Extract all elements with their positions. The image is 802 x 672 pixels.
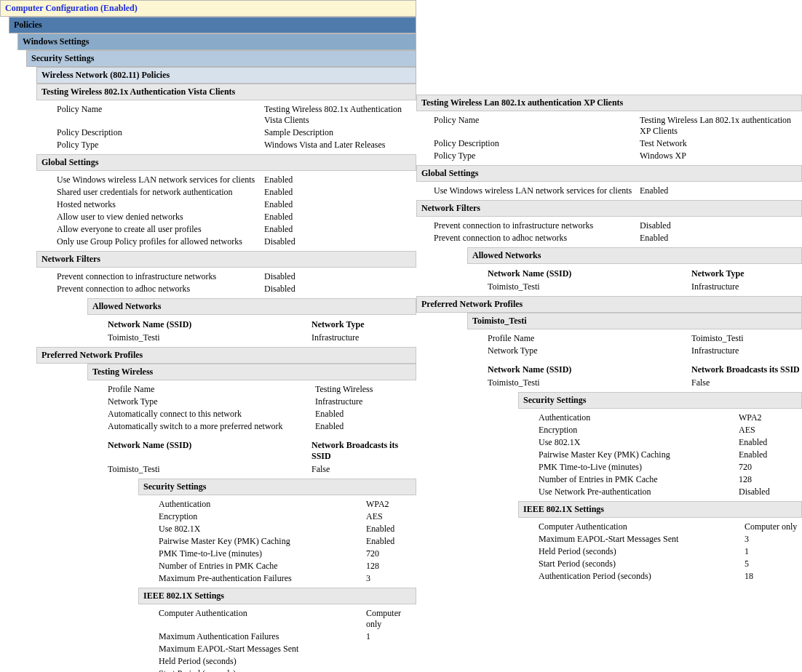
label: Number of Entries in PMK Cache — [159, 561, 366, 572]
col-header: Network Name (SSID) — [488, 364, 691, 375]
cell: False — [691, 377, 802, 388]
value: Testing Wireless Lan 802.1x authenticati… — [640, 115, 802, 137]
value: 5 — [745, 559, 802, 569]
cell: False — [311, 464, 416, 475]
ieee-settings-subheading: IEEE 802.1X Settings — [518, 501, 802, 518]
label: PMK Time-to-Live (minutes) — [539, 462, 739, 473]
value: Enabled — [264, 175, 416, 185]
value: 720 — [739, 462, 802, 473]
allowed-networks-heading: Allowed Networks — [87, 298, 416, 315]
global-settings-heading: Global Settings — [416, 165, 802, 182]
value: Disabled — [739, 487, 802, 497]
label: Automatically switch to a more preferred… — [108, 421, 315, 432]
label: PMK Time-to-Live (minutes) — [159, 548, 366, 559]
value — [366, 644, 416, 655]
policy-title-right: Testing Wireless Lan 802.1x authenticati… — [416, 95, 802, 111]
policy-title-left: Testing Wireless 802.1x Authentication V… — [36, 84, 416, 100]
value — [366, 656, 416, 667]
value: Testing Wireless — [315, 384, 416, 395]
label: Start Period (seconds) — [159, 668, 366, 672]
preferred-profiles-heading: Preferred Network Profiles — [36, 347, 416, 364]
col-header: Network Name (SSID) — [108, 440, 311, 462]
value: Enabled — [264, 212, 416, 223]
label: Policy Description — [57, 127, 264, 138]
value: Disabled — [640, 220, 802, 231]
value: 128 — [366, 561, 416, 572]
label: Use Network Pre-authentication — [539, 487, 739, 497]
label: Authentication Period (seconds) — [539, 571, 745, 582]
value: WPA2 — [366, 499, 416, 510]
label: Policy Type — [57, 140, 264, 151]
network-filters-heading: Network Filters — [36, 251, 416, 268]
windows-settings-heading: Windows Settings — [17, 33, 416, 50]
label: Profile Name — [488, 333, 691, 344]
value: 3 — [745, 534, 802, 545]
value — [366, 668, 416, 672]
value: Computer only — [366, 608, 416, 630]
value: Testing Wireless 802.1x Authentication V… — [264, 104, 416, 126]
value: Test Network — [640, 138, 802, 149]
table-row: Toimisto_TestiInfrastructure — [488, 281, 802, 293]
label: Authentication — [539, 412, 739, 423]
profile-title: Testing Wireless — [87, 364, 416, 380]
value: Windows XP — [640, 151, 802, 161]
value: 128 — [739, 474, 802, 485]
cell: Toimisto_Testi — [108, 332, 311, 343]
label: Prevent connection to adhoc networks — [57, 284, 264, 295]
label: Prevent connection to infrastructure net… — [57, 271, 264, 282]
col-header: Network Name (SSID) — [488, 268, 691, 279]
label: Encryption — [159, 511, 366, 522]
allowed-networks-heading: Allowed Networks — [467, 247, 802, 264]
label: Hosted networks — [57, 199, 264, 210]
label: Policy Description — [434, 138, 640, 149]
label: Policy Name — [434, 115, 640, 137]
value: 720 — [366, 548, 416, 559]
table-row: Toimisto_TestiFalse — [488, 377, 802, 389]
value: Infrastructure — [315, 396, 416, 407]
wireless-policies-heading: Wireless Network (802.11) Policies — [36, 67, 416, 84]
label: Allow everyone to create all user profil… — [57, 224, 264, 235]
value: Disabled — [264, 271, 416, 282]
global-settings-heading: Global Settings — [36, 154, 416, 171]
label: Authentication — [159, 499, 366, 510]
label: Shared user credentials for network auth… — [57, 187, 264, 198]
label: Computer Authentication — [159, 608, 366, 630]
cell: Toimisto_Testi — [488, 377, 691, 388]
table-row: Toimisto_TestiFalse — [108, 463, 416, 476]
col-header: Network Broadcasts its SSID — [691, 364, 802, 375]
value: Enabled — [739, 437, 802, 448]
value: Enabled — [264, 187, 416, 198]
config-heading: Computer Configuration (Enabled) — [0, 0, 416, 17]
value: Enabled — [264, 199, 416, 210]
value: 1 — [745, 546, 802, 557]
preferred-profiles-heading: Preferred Network Profiles — [416, 296, 802, 313]
network-filters-heading: Network Filters — [416, 200, 802, 217]
value: Enabled — [739, 449, 802, 460]
col-header: Network Type — [691, 268, 802, 279]
ieee-settings-subheading: IEEE 802.1X Settings — [138, 588, 416, 604]
cell: Infrastructure — [691, 281, 802, 292]
value: Enabled — [366, 536, 416, 547]
cell: Infrastructure — [311, 332, 416, 343]
value: Enabled — [264, 224, 416, 235]
profile-title: Toimisto_Testi — [467, 313, 802, 329]
value: Computer only — [745, 521, 802, 532]
label: Automatically connect to this network — [108, 409, 315, 420]
value: Enabled — [315, 409, 416, 420]
label: Pairwise Master Key (PMK) Caching — [159, 536, 366, 547]
table-row: Toimisto_TestiInfrastructure — [108, 332, 416, 344]
security-settings-heading: Security Settings — [26, 50, 416, 67]
label: Computer Authentication — [539, 521, 745, 532]
label: Prevent connection to infrastructure net… — [434, 220, 640, 231]
value: WPA2 — [739, 412, 802, 423]
label: Use Windows wireless LAN network service… — [57, 175, 264, 185]
label: Number of Entries in PMK Cache — [539, 474, 739, 485]
value: 18 — [745, 571, 802, 582]
value: 1 — [366, 631, 416, 642]
value: Infrastructure — [691, 345, 802, 356]
label: Pairwise Master Key (PMK) Caching — [539, 449, 739, 460]
label: Use Windows wireless LAN network service… — [434, 185, 640, 196]
value: 3 — [366, 573, 416, 584]
label: Encryption — [539, 425, 739, 436]
label: Held Period (seconds) — [539, 546, 745, 557]
